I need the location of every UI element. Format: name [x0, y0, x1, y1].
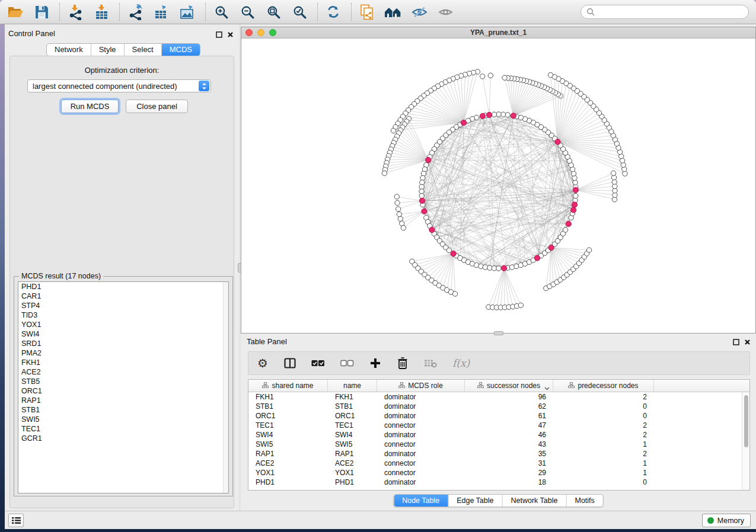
mcds-result-item[interactable]: SWI4: [18, 329, 228, 339]
column-header-predecessor-nodes[interactable]: predecessor nodes: [553, 380, 654, 392]
first-neighbors-icon[interactable]: [384, 3, 403, 21]
cell-shared-name: RAP1: [248, 449, 328, 459]
table-row[interactable]: TEC1TEC1connector472: [248, 421, 742, 430]
export-image-icon[interactable]: [178, 3, 197, 21]
tab-node-table[interactable]: Node Table: [394, 495, 448, 507]
table-row[interactable]: SWI5SWI5connector431: [248, 440, 742, 449]
list-scrollbar[interactable]: [223, 282, 228, 493]
column-label: shared name: [272, 382, 313, 390]
mcds-result-item[interactable]: ACE2: [18, 367, 228, 377]
cell-predecessor-nodes: 2: [553, 421, 654, 430]
search-input[interactable]: [598, 8, 743, 16]
deselect-all-icon[interactable]: [340, 356, 354, 370]
mcds-result-item[interactable]: RAP1: [18, 396, 228, 405]
save-session-icon[interactable]: [32, 3, 51, 21]
mcds-result-item[interactable]: PHD1: [18, 282, 228, 291]
mcds-result-item[interactable]: FKH1: [18, 358, 228, 367]
delete-column-trash-icon[interactable]: [397, 356, 409, 370]
mcds-result-item[interactable]: SRD1: [18, 339, 228, 348]
memory-button[interactable]: Memory: [702, 514, 751, 527]
hide-selected-eye-icon[interactable]: [410, 3, 429, 21]
table-settings-gear-icon[interactable]: ⚙: [257, 356, 269, 370]
apply-layout-icon[interactable]: [324, 3, 343, 21]
show-columns-icon[interactable]: [284, 356, 296, 370]
mcds-result-item[interactable]: CAR1: [18, 291, 228, 301]
table-scrollbar[interactable]: [742, 392, 749, 490]
import-network-icon[interactable]: [66, 3, 85, 21]
task-history-button[interactable]: [8, 514, 24, 527]
close-panel-button[interactable]: Close panel: [126, 100, 188, 113]
table-row[interactable]: ACE2ACE2connector311: [248, 459, 742, 468]
clone-network-icon[interactable]: [358, 3, 377, 21]
node-table: shared namenameMCDS rolesuccessor nodesp…: [248, 379, 750, 491]
tab-mcds[interactable]: MCDS: [162, 44, 200, 56]
network-canvas[interactable]: [241, 39, 755, 333]
table-scrollbar-thumb[interactable]: [744, 395, 748, 447]
mcds-result-item[interactable]: YOX1: [18, 320, 228, 329]
tab-network-table[interactable]: Network Table: [503, 495, 567, 507]
close-window-icon[interactable]: [245, 29, 253, 36]
import-table-icon[interactable]: [92, 3, 111, 21]
cell-predecessor-nodes: 2: [553, 449, 654, 459]
show-all-eye-icon[interactable]: [436, 3, 455, 21]
horizontal-splitter-handle[interactable]: [494, 331, 503, 335]
minimize-window-icon[interactable]: [257, 29, 264, 36]
open-session-icon[interactable]: [6, 3, 25, 21]
mcds-result-item[interactable]: GCR1: [18, 434, 228, 443]
export-table-icon[interactable]: [152, 3, 171, 21]
table-row[interactable]: ORC1ORC1dominator610: [248, 411, 742, 421]
cell-name: SWI4: [328, 430, 377, 440]
zoom-out-icon[interactable]: [238, 3, 257, 21]
mcds-result-item[interactable]: STB1: [18, 405, 228, 415]
create-column-plus-icon[interactable]: [369, 356, 381, 370]
zoom-selected-icon[interactable]: [290, 3, 309, 21]
table-row[interactable]: RAP1RAP1dominator352: [248, 449, 742, 459]
zoom-in-icon[interactable]: [212, 3, 231, 21]
tab-motifs[interactable]: Motifs: [566, 495, 602, 507]
column-header-name[interactable]: name: [328, 380, 377, 392]
column-namespace-icon: [398, 382, 405, 390]
cell-successor-nodes: 31: [465, 459, 553, 468]
mcds-result-item[interactable]: PMA2: [18, 348, 228, 358]
close-table-panel-icon[interactable]: [744, 338, 751, 345]
network-window: YPA_prune.txt_1: [241, 27, 756, 334]
tab-style[interactable]: Style: [91, 44, 125, 56]
float-panel-icon[interactable]: [215, 31, 222, 38]
cell-predecessor-nodes: 1: [553, 468, 654, 477]
mcds-result-item[interactable]: TEC1: [18, 424, 228, 434]
table-row[interactable]: PHD1PHD1dominator180: [248, 477, 742, 487]
mcds-result-item[interactable]: ORC1: [18, 386, 228, 396]
table-row[interactable]: SWI4SWI4dominator462: [248, 430, 742, 440]
mcds-result-item[interactable]: SWI5: [18, 415, 228, 424]
tab-network[interactable]: Network: [47, 44, 91, 56]
column-namespace-icon: [477, 382, 484, 390]
cell-MCDS-role: connector: [377, 421, 465, 430]
table-row[interactable]: YOX1YOX1connector291: [248, 468, 742, 477]
column-header-shared-name[interactable]: shared name: [248, 380, 328, 392]
mcds-result-item[interactable]: STB5: [18, 377, 228, 386]
tab-select[interactable]: Select: [125, 44, 162, 56]
column-header-MCDS-role[interactable]: MCDS role: [377, 380, 465, 392]
tab-edge-table[interactable]: Edge Table: [448, 495, 502, 507]
network-window-titlebar[interactable]: YPA_prune.txt_1: [241, 27, 755, 39]
select-all-icon[interactable]: [311, 356, 325, 370]
zoom-fit-icon[interactable]: [264, 3, 283, 21]
table-row[interactable]: STB1STB1dominator620: [248, 402, 742, 411]
cell-MCDS-role: dominator: [377, 449, 465, 459]
mcds-result-item[interactable]: STP4: [18, 301, 228, 310]
export-network-icon[interactable]: [126, 3, 145, 21]
criterion-dropdown[interactable]: largest connected component (undirected): [27, 79, 211, 92]
float-table-panel-icon[interactable]: [732, 338, 739, 345]
close-panel-icon[interactable]: [227, 31, 234, 38]
search-box[interactable]: [580, 5, 749, 19]
column-header-successor-nodes[interactable]: successor nodes: [465, 380, 553, 392]
cell-MCDS-role: dominator: [377, 402, 465, 411]
table-row[interactable]: FKH1FKH1dominator962: [248, 392, 742, 402]
cell-successor-nodes: 18: [465, 477, 553, 487]
run-mcds-button[interactable]: Run MCDS: [61, 100, 119, 113]
cell-successor-nodes: 47: [465, 421, 553, 430]
mcds-result-item[interactable]: TID3: [18, 310, 228, 320]
maximize-window-icon[interactable]: [269, 29, 276, 36]
mcds-result-group: MCDS result (17 nodes) PHD1CAR1STP4TID3Y…: [14, 276, 233, 496]
criterion-label: Optimization criterion:: [10, 66, 234, 75]
